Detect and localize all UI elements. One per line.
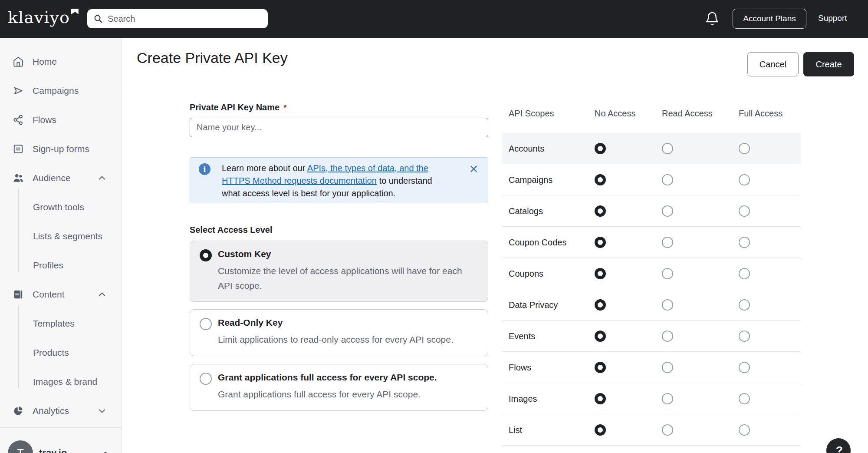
table-body: Accounts Campaigns Catalogs: [502, 133, 801, 446]
home-icon: [13, 56, 24, 67]
full-access-radio[interactable]: [739, 299, 750, 311]
column-header-read-access: Read Access: [662, 109, 713, 119]
column-header-no-access: No Access: [595, 109, 635, 119]
sidebar-item-label: Products: [33, 347, 69, 358]
pie-chart-icon: [13, 405, 24, 417]
no-access-radio[interactable]: [595, 268, 606, 279]
sidebar-item-home[interactable]: Home: [0, 47, 122, 76]
option-description: Grant applications full access for every…: [218, 387, 470, 402]
sidebar-item-campaigns[interactable]: Campaigns: [0, 76, 122, 105]
no-access-radio[interactable]: [595, 424, 606, 436]
close-icon[interactable]: ✕: [469, 163, 478, 175]
sidebar-item-label: Flows: [33, 115, 56, 125]
no-access-radio[interactable]: [595, 393, 606, 404]
no-access-radio[interactable]: [595, 237, 606, 248]
no-access-radio[interactable]: [595, 205, 606, 217]
no-access-radio[interactable]: [595, 143, 606, 154]
search-icon: [93, 14, 103, 24]
account-plans-button[interactable]: Account Plans: [733, 9, 806, 29]
scope-name: Catalogs: [509, 206, 543, 216]
table-header: API Scopes No Access Read Access Full Ac…: [502, 38, 806, 60]
info-icon: i: [199, 163, 210, 175]
table-row: List: [502, 414, 801, 446]
read-access-radio[interactable]: [662, 268, 673, 279]
read-access-radio[interactable]: [662, 205, 673, 217]
sidebar-item-analytics[interactable]: Analytics: [0, 396, 122, 425]
sidebar-item-label: Analytics: [33, 406, 69, 416]
journal-icon: [13, 289, 24, 300]
table-row: Coupon Codes: [502, 227, 801, 258]
sidebar-item-label: Profiles: [33, 260, 63, 271]
full-access-radio[interactable]: [739, 362, 750, 373]
access-option-read-only-key[interactable]: Read-Only Key Limit applications to read…: [190, 309, 488, 356]
table-row: Flows: [502, 352, 801, 383]
sidebar-item-content[interactable]: Content: [0, 280, 122, 309]
sidebar-item-audience[interactable]: Audience: [0, 163, 122, 192]
sidebar-item-growth-tools[interactable]: Growth tools: [0, 192, 122, 222]
full-access-radio[interactable]: [739, 174, 750, 185]
chevron-up-icon: [101, 449, 110, 453]
api-key-name-label: Private API Key Name*: [190, 103, 287, 112]
full-access-radio[interactable]: [200, 373, 212, 385]
table-row: Images: [502, 383, 801, 414]
chevron-down-icon: [97, 406, 107, 416]
full-access-radio[interactable]: [739, 331, 750, 342]
klaviyo-flag-icon: [71, 9, 79, 14]
sidebar-item-templates[interactable]: Templates: [0, 309, 122, 338]
no-access-radio[interactable]: [595, 299, 606, 311]
full-access-radio[interactable]: [739, 393, 750, 404]
full-access-radio[interactable]: [739, 268, 750, 279]
read-only-key-radio[interactable]: [200, 318, 212, 330]
sidebar-item-images-brand[interactable]: Images & brand: [0, 367, 122, 396]
read-access-radio[interactable]: [662, 362, 673, 373]
sidebar-item-label: Home: [33, 56, 57, 67]
sidebar-item-label: Templates: [33, 318, 75, 329]
create-button[interactable]: Create: [803, 52, 854, 76]
search-input[interactable]: [108, 14, 262, 24]
sidebar-item-lists-segments[interactable]: Lists & segments: [0, 222, 122, 251]
chevron-up-icon: [97, 173, 107, 183]
account-switcher[interactable]: T tray.io: [0, 440, 122, 453]
info-banner-text: Learn more about our APIs, the types of …: [222, 162, 441, 200]
read-access-radio[interactable]: [662, 424, 673, 436]
klaviyo-wordmark: klaviyo: [8, 8, 70, 27]
select-access-level-label: Select Access Level: [190, 225, 273, 235]
klaviyo-logo[interactable]: klaviyo: [8, 8, 79, 27]
account-avatar: T: [8, 440, 33, 453]
read-access-radio[interactable]: [662, 393, 673, 404]
support-link[interactable]: Support: [818, 13, 847, 23]
access-option-custom-key[interactable]: Custom Key Customize the level of access…: [190, 241, 488, 302]
api-scopes-table: API Scopes No Access Read Access Full Ac…: [502, 38, 806, 60]
no-access-radio[interactable]: [595, 362, 606, 373]
read-access-radio[interactable]: [662, 143, 673, 154]
no-access-radio[interactable]: [595, 174, 606, 185]
read-access-radio[interactable]: [662, 237, 673, 248]
scope-name: Coupons: [509, 268, 543, 278]
no-access-radio[interactable]: [595, 331, 606, 342]
info-banner: i Learn more about our APIs, the types o…: [190, 157, 488, 202]
sidebar-item-products[interactable]: Products: [0, 338, 122, 367]
access-option-full-access[interactable]: Grant applications full access for every…: [190, 364, 488, 411]
full-access-radio[interactable]: [739, 424, 750, 436]
sidebar-item-flows[interactable]: Flows: [0, 105, 122, 134]
table-row: Catalogs: [502, 195, 801, 227]
full-access-radio[interactable]: [739, 143, 750, 154]
custom-key-radio[interactable]: [200, 249, 212, 261]
sidebar-item-profiles[interactable]: Profiles: [0, 251, 122, 280]
chevron-up-icon: [97, 290, 107, 299]
sidebar-item-label: Images & brand: [33, 377, 97, 387]
read-access-radio[interactable]: [662, 331, 673, 342]
notifications-bell-icon[interactable]: [705, 11, 720, 26]
global-search[interactable]: [87, 9, 268, 28]
flows-icon: [13, 114, 24, 126]
scope-name: List: [509, 425, 522, 435]
table-row: Data Privacy: [502, 289, 801, 321]
api-key-name-input[interactable]: [190, 118, 488, 137]
sidebar-item-signup-forms[interactable]: Sign-up forms: [0, 134, 122, 163]
read-access-radio[interactable]: [662, 299, 673, 311]
sidebar-item-label: Sign-up forms: [33, 144, 89, 154]
full-access-radio[interactable]: [739, 237, 750, 248]
full-access-radio[interactable]: [739, 205, 750, 217]
table-row: Accounts: [502, 133, 801, 164]
read-access-radio[interactable]: [662, 174, 673, 185]
